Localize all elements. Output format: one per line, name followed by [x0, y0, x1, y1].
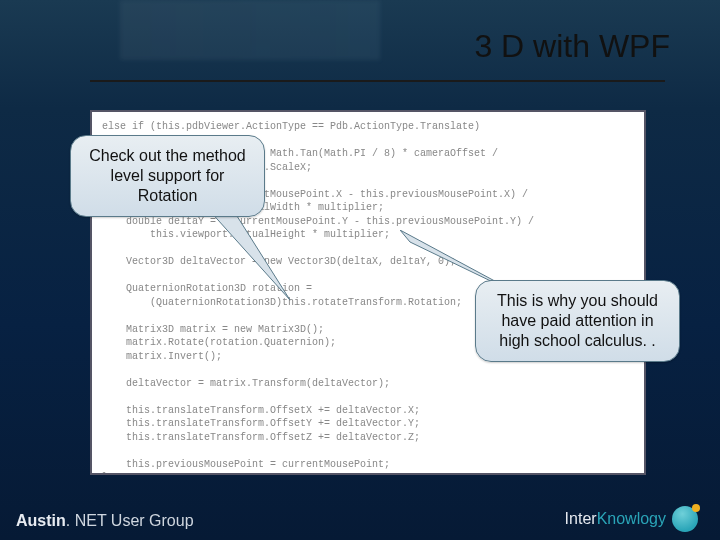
company-part-a: Inter	[565, 510, 597, 527]
callout-rotation: Check out the method level support for R…	[70, 135, 265, 217]
callout-calculus: This is why you should have paid attenti…	[475, 280, 680, 362]
slide: 3 D with WPF else if (this.pdbViewer.Act…	[0, 0, 720, 540]
slide-title: 3 D with WPF	[474, 28, 670, 65]
footer: Austin. NET User Group InterKnowlogy	[0, 492, 720, 540]
footer-group: Austin. NET User Group	[16, 512, 194, 530]
company-part-b: Knowlogy	[597, 510, 666, 527]
background-decoration	[120, 0, 380, 60]
footer-group-rest: . NET User Group	[66, 512, 194, 529]
title-underline	[90, 80, 665, 82]
company-logo-icon	[672, 506, 698, 532]
footer-company: InterKnowlogy	[565, 506, 698, 532]
company-name: InterKnowlogy	[565, 510, 666, 528]
footer-group-city: Austin	[16, 512, 66, 529]
